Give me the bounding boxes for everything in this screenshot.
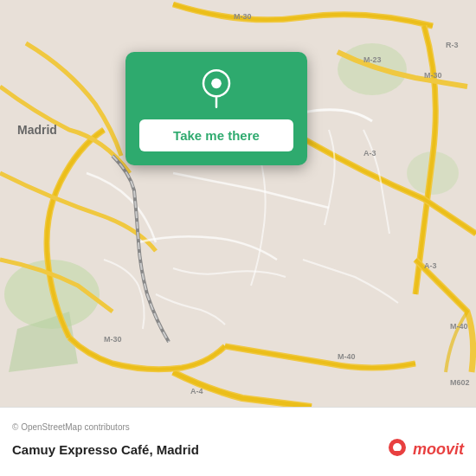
svg-text:M-40: M-40 (450, 322, 468, 331)
svg-text:R-3: R-3 (446, 41, 459, 49)
svg-point-21 (393, 443, 402, 452)
moovit-text: moovit (413, 441, 464, 459)
svg-text:Madrid: Madrid (17, 123, 57, 137)
location-pin-icon (195, 68, 238, 111)
attribution-text: © OpenStreetMap contributors (12, 422, 464, 432)
svg-text:M-40: M-40 (338, 352, 356, 361)
svg-text:A-4: A-4 (190, 387, 203, 396)
svg-text:M-23: M-23 (363, 55, 382, 64)
take-me-there-button[interactable]: Take me there (139, 119, 293, 151)
svg-text:M602: M602 (450, 378, 470, 387)
moovit-icon (385, 437, 409, 461)
svg-text:A-3: A-3 (424, 261, 437, 270)
popup-card: Take me there (125, 52, 307, 165)
svg-text:A-3: A-3 (363, 149, 376, 158)
svg-point-2 (338, 43, 407, 95)
svg-point-18 (211, 79, 222, 89)
map-container: M-30 M-30 M-23 A-3 A-3 M-40 M-40 M-30 A-… (0, 0, 476, 407)
bottom-bar: © OpenStreetMap contributors Camuy Expre… (0, 407, 476, 476)
svg-text:M-30: M-30 (234, 12, 252, 21)
moovit-logo: moovit (385, 437, 464, 461)
svg-text:M-30: M-30 (104, 335, 122, 344)
place-name: Camuy Expresso Café, Madrid (12, 442, 199, 457)
svg-text:M-30: M-30 (424, 71, 442, 80)
bottom-info-row: Camuy Expresso Café, Madrid moovit (12, 437, 464, 461)
